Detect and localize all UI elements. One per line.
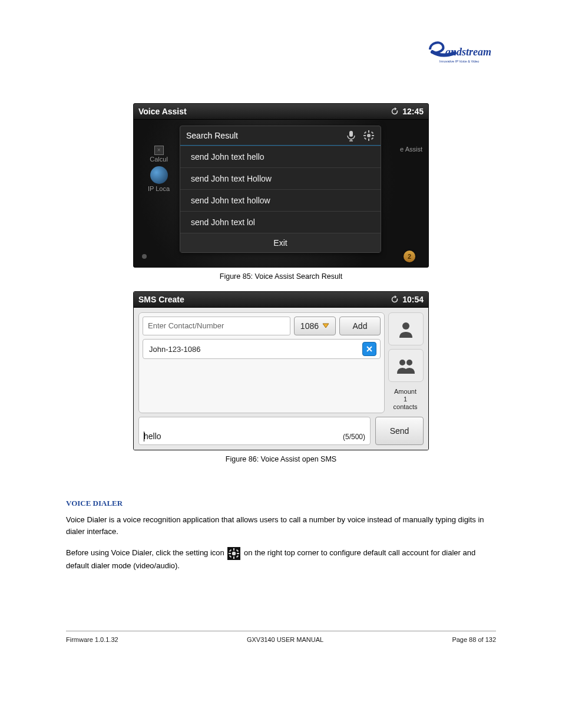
group-contact-button[interactable] <box>388 349 424 382</box>
bg-label-eassist: e Assist <box>400 146 422 153</box>
indicator-dot <box>142 254 147 259</box>
status-bar: SMS Create 10:54 <box>134 292 428 308</box>
message-input[interactable]: hello (5/500) <box>138 417 371 445</box>
section-heading: VOICE DIALER <box>66 499 496 508</box>
svg-rect-17 <box>237 553 239 554</box>
svg-rect-2 <box>368 130 369 133</box>
svg-rect-5 <box>372 135 374 136</box>
refresh-icon <box>391 107 399 116</box>
person-icon <box>397 320 415 338</box>
voice-assist-screenshot: Voice Assist 12:45 × Calcul IP Loca e As… <box>133 103 429 268</box>
page-footer: Firmware 1.0.1.32 GXV3140 USER MANUAL Pa… <box>66 631 496 643</box>
bg-label-iploc: IP Loca <box>148 185 170 192</box>
result-item[interactable]: send John text hollow <box>180 189 381 211</box>
remove-recipient-button[interactable] <box>362 342 376 356</box>
char-counter: (5/500) <box>343 433 365 441</box>
svg-rect-14 <box>233 548 234 551</box>
panel-title: Search Result <box>186 131 238 140</box>
app-title: SMS Create <box>138 295 184 304</box>
svg-rect-16 <box>229 553 231 554</box>
gear-icon[interactable] <box>363 130 375 141</box>
gear-icon <box>227 547 240 560</box>
app-title: Voice Assist <box>138 107 187 116</box>
globe-icon <box>150 166 168 184</box>
chevron-down-icon <box>322 323 329 329</box>
single-contact-button[interactable] <box>388 312 424 345</box>
send-button[interactable]: Send <box>375 417 424 445</box>
svg-rect-4 <box>363 135 366 136</box>
svg-point-12 <box>406 360 412 365</box>
amount-info: Amount 1 contacts <box>388 386 422 413</box>
group-icon <box>396 357 416 374</box>
svg-rect-19 <box>236 549 239 552</box>
svg-point-1 <box>367 134 371 137</box>
result-item[interactable]: send John text lol <box>180 211 381 233</box>
search-result-panel: Search Result send John text hello send … <box>180 126 381 253</box>
svg-rect-15 <box>233 556 234 559</box>
svg-point-11 <box>399 360 405 365</box>
bg-label-calc: Calcul <box>148 156 170 163</box>
svg-rect-6 <box>364 131 366 134</box>
svg-point-13 <box>232 552 236 555</box>
figure-caption-2: Figure 86: Voice Assist open SMS <box>66 455 496 463</box>
brand-logo: andstream Innovative IP Voice & Video <box>425 37 496 69</box>
svg-rect-9 <box>371 137 373 140</box>
close-icon: × <box>154 146 164 155</box>
exit-button[interactable]: Exit <box>180 233 381 252</box>
mic-icon[interactable] <box>345 130 357 141</box>
footer-right: Page 88 of 132 <box>452 636 496 643</box>
notification-badge: 2 <box>404 251 415 262</box>
logo-text: andstream <box>445 46 491 58</box>
svg-rect-7 <box>371 131 373 134</box>
svg-rect-3 <box>368 139 369 141</box>
close-icon <box>366 345 373 353</box>
footer-left: Firmware 1.0.1.32 <box>66 636 118 643</box>
contact-input[interactable]: Enter Contact/Number <box>143 317 290 335</box>
svg-point-10 <box>402 322 409 330</box>
account-select[interactable]: 1086 <box>294 317 336 335</box>
figure-caption-1: Figure 85: Voice Assist Search Result <box>66 272 496 281</box>
recipient-label: John-123-1086 <box>149 345 200 354</box>
svg-rect-18 <box>229 549 232 552</box>
body-paragraph: Before using Voice Dialer, click the set… <box>66 547 496 572</box>
refresh-icon <box>391 295 399 304</box>
svg-rect-21 <box>236 555 239 558</box>
svg-rect-0 <box>349 131 353 137</box>
svg-rect-20 <box>229 555 232 558</box>
sms-create-screenshot: SMS Create 10:54 Enter Contact/Number 10… <box>133 291 429 450</box>
add-button[interactable]: Add <box>339 317 381 335</box>
svg-rect-8 <box>364 137 366 140</box>
result-item[interactable]: send John text Hollow <box>180 167 381 189</box>
footer-center: GXV3140 USER MANUAL <box>247 636 323 643</box>
logo-tag: Innovative IP Voice & Video <box>439 60 479 63</box>
clock: 10:54 <box>402 295 424 304</box>
recipient-chip: John-123-1086 <box>143 339 381 359</box>
body-paragraph: Voice Dialer is a voice recognition appl… <box>66 514 496 538</box>
clock: 12:45 <box>402 107 424 116</box>
status-bar: Voice Assist 12:45 <box>134 104 428 120</box>
result-item[interactable]: send John text hello <box>180 146 381 167</box>
